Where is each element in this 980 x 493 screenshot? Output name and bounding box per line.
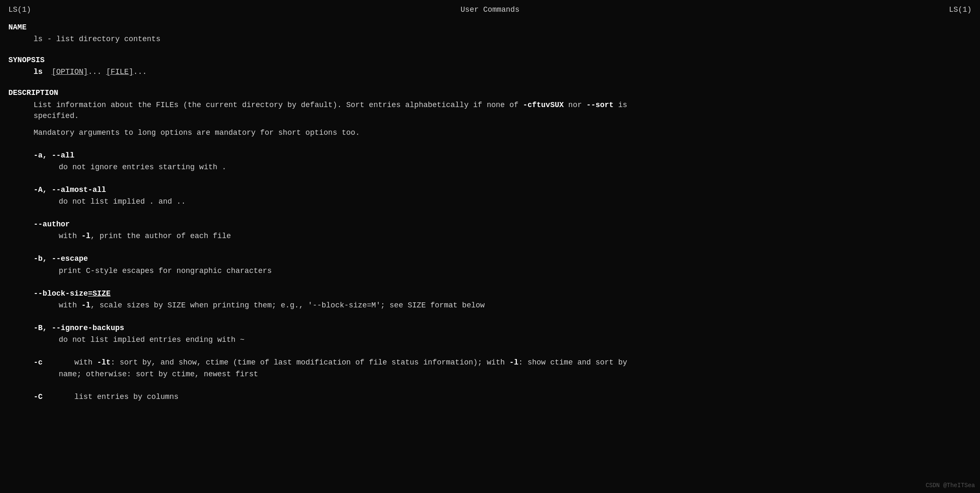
option-big-c-desc: list entries by columns	[47, 393, 178, 401]
option-author-desc-text1: with	[59, 232, 81, 240]
description-section: DESCRIPTION List information about the F…	[8, 87, 972, 402]
name-section: NAME ls - list directory contents	[8, 22, 972, 45]
option-c-desc-inline: with	[47, 358, 97, 367]
option-big-b: -B, --ignore-backups	[8, 323, 972, 333]
option-big-c-flag: -C	[34, 393, 43, 401]
option-a-flag: -a, --all	[34, 151, 74, 160]
synopsis-option-keyword: [OPTION]	[52, 68, 88, 76]
option-b-flag: -b, --escape	[34, 254, 88, 263]
synopsis-file-keyword: [FILE]	[106, 68, 133, 76]
option-block-size-desc-text2: , scale sizes by SIZE when printing them…	[91, 301, 485, 309]
option-block-size-desc-bold: -l	[81, 301, 91, 309]
option-b-desc: print C-style escapes for nongraphic cha…	[8, 265, 972, 276]
option-block-size: --block-size=SIZE	[8, 288, 972, 299]
synopsis-title: SYNOPSIS	[8, 55, 972, 66]
header: LS(1) User Commands LS(1)	[8, 4, 972, 15]
option-a: -a, --all	[8, 150, 972, 161]
header-right: LS(1)	[949, 4, 972, 15]
option-author-flag: --author	[34, 220, 70, 228]
option-big-a-desc: do not list implied . and ..	[8, 196, 972, 207]
option-block-size-param: =SIZE	[88, 289, 111, 298]
option-big-b-flag: -B, --ignore-backups	[34, 324, 124, 332]
synopsis-options: [OPTION]... [FILE]...	[47, 68, 147, 76]
name-title: NAME	[8, 22, 972, 33]
option-big-b-desc: do not list implied entries ending with …	[8, 334, 972, 345]
option-c-desc-text1: : sort by, and show, ctime (time of last…	[111, 358, 510, 367]
watermark: CSDN @TheITSea	[925, 481, 975, 490]
option-author-desc: with -l, print the author of each file	[8, 231, 972, 241]
option-author-desc-text2: , print the author of each file	[91, 232, 231, 240]
option-author-desc-bold: -l	[81, 232, 91, 240]
option-c-desc-bold2: -l	[509, 358, 519, 367]
option-c-desc-text2: : show ctime and sort by	[519, 358, 627, 367]
synopsis-section: SYNOPSIS ls [OPTION]... [FILE]...	[8, 55, 972, 77]
description-para1-text3: is	[614, 101, 627, 109]
option-c-flag: -c	[34, 358, 43, 367]
synopsis-cmd: ls	[34, 68, 43, 76]
option-c-desc-line2: name; otherwise: sort by ctime, newest f…	[8, 369, 972, 380]
name-content: ls - list directory contents	[8, 34, 972, 45]
description-bold2: --sort	[586, 101, 614, 109]
description-title: DESCRIPTION	[8, 87, 972, 98]
description-para1: List information about the FILEs (the cu…	[8, 100, 972, 110]
synopsis-content: ls [OPTION]... [FILE]...	[8, 66, 972, 77]
option-block-size-desc-text1: with	[59, 301, 81, 309]
option-big-c: -C list entries by columns	[8, 391, 972, 402]
option-b: -b, --escape	[8, 253, 972, 264]
option-big-a-flag: -A, --almost-all	[34, 186, 106, 194]
description-para1-text2: nor	[564, 101, 586, 109]
description-para2: Mandatory arguments to long options are …	[8, 127, 972, 138]
description-para1-text1: List information about the FILEs (the cu…	[34, 101, 523, 109]
option-big-a: -A, --almost-all	[8, 184, 972, 195]
option-block-size-desc: with -l, scale sizes by SIZE when printi…	[8, 300, 972, 311]
option-author: --author	[8, 219, 972, 230]
option-c: -c with -lt: sort by, and show, ctime (t…	[8, 357, 972, 368]
description-para1-cont: specified.	[8, 110, 972, 121]
option-c-desc-bold1: -lt	[97, 358, 110, 367]
option-a-desc: do not ignore entries starting with .	[8, 162, 972, 173]
description-bold1: -cftuvSUX	[523, 101, 564, 109]
header-center: User Commands	[461, 4, 519, 15]
header-left: LS(1)	[8, 4, 31, 15]
option-block-size-flag: --block-size	[34, 289, 88, 298]
